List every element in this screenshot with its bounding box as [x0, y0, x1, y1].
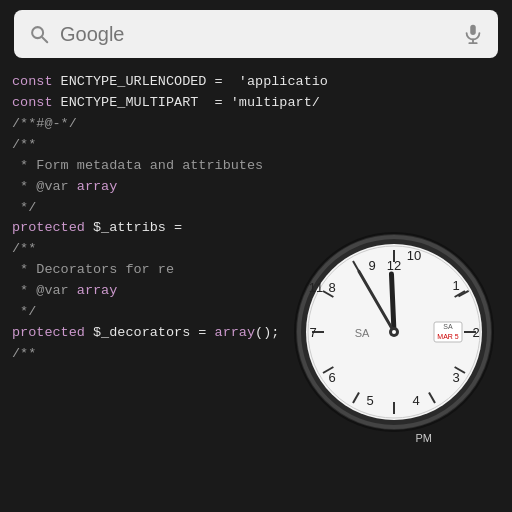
- svg-text:3: 3: [452, 370, 459, 385]
- code-line: const ENCTYPE_MULTIPART = 'multipart/: [12, 93, 500, 114]
- clock-ampm: PM: [416, 432, 433, 444]
- code-line: * @var array: [12, 177, 500, 198]
- svg-text:10: 10: [407, 248, 421, 263]
- mic-icon[interactable]: [462, 23, 484, 45]
- svg-text:2: 2: [472, 325, 479, 340]
- clock-date: MAR 5: [437, 333, 459, 340]
- search-icon: [28, 23, 50, 45]
- search-input[interactable]: [60, 23, 452, 46]
- svg-text:5: 5: [366, 393, 373, 408]
- svg-point-36: [392, 330, 396, 334]
- clock-hour-hand: [391, 274, 394, 332]
- code-line: /**: [12, 135, 500, 156]
- svg-line-1: [42, 37, 47, 42]
- svg-text:9: 9: [368, 258, 375, 273]
- code-line: */: [12, 198, 500, 219]
- svg-text:4: 4: [412, 393, 419, 408]
- clock-face: 12 1 2 3 4 5 6 7 8 9 10 11 SA MAR 5 SA: [294, 232, 494, 432]
- svg-text:1: 1: [452, 278, 459, 293]
- svg-text:8: 8: [328, 280, 335, 295]
- svg-text:SA: SA: [355, 327, 370, 339]
- clock-widget: 12 1 2 3 4 5 6 7 8 9 10 11 SA MAR 5 SA: [294, 232, 494, 432]
- svg-point-0: [32, 27, 43, 38]
- svg-text:6: 6: [328, 370, 335, 385]
- svg-text:11: 11: [309, 280, 323, 295]
- search-bar[interactable]: [14, 10, 498, 58]
- svg-text:7: 7: [309, 325, 316, 340]
- code-line: /**#@-*/: [12, 114, 500, 135]
- svg-rect-2: [470, 25, 476, 35]
- svg-text:12: 12: [387, 258, 401, 273]
- code-line: const ENCTYPE_URLENCODED = 'applicatio: [12, 72, 500, 93]
- clock-day: SA: [443, 323, 453, 330]
- code-line: * Form metadata and attributes: [12, 156, 500, 177]
